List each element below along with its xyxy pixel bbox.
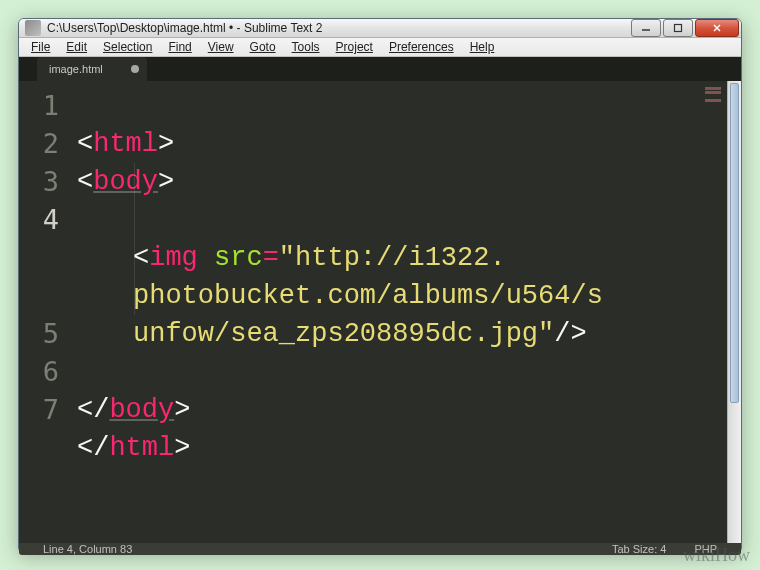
wrap-spacer xyxy=(19,239,59,315)
t: src xyxy=(214,243,263,273)
line-number: 5 xyxy=(19,315,59,353)
line-number: 7 xyxy=(19,391,59,429)
t: > xyxy=(174,433,190,463)
menu-edit[interactable]: Edit xyxy=(58,38,95,56)
close-button[interactable] xyxy=(695,19,739,37)
menu-find[interactable]: Find xyxy=(160,38,199,56)
dirty-indicator-icon xyxy=(131,65,139,73)
minimap-line xyxy=(705,87,721,90)
t: </ xyxy=(77,395,109,425)
line-number: 6 xyxy=(19,353,59,391)
indent-guide xyxy=(134,163,135,315)
line-number: 4 xyxy=(19,201,59,239)
t: photobucket.com/albums/u564/s xyxy=(133,281,603,311)
t: = xyxy=(263,243,279,273)
svg-rect-1 xyxy=(675,25,682,32)
menu-project[interactable]: Project xyxy=(328,38,381,56)
vertical-scrollbar[interactable] xyxy=(727,81,741,543)
t: " xyxy=(279,243,295,273)
line-number: 3 xyxy=(19,163,59,201)
t: html xyxy=(109,433,174,463)
window-controls xyxy=(631,19,739,37)
statusbar: Line 4, Column 83 Tab Size: 4 PHP xyxy=(19,543,741,555)
menu-file[interactable]: File xyxy=(23,38,58,56)
menu-label: Project xyxy=(336,40,373,54)
menu-label: Find xyxy=(168,40,191,54)
t: " xyxy=(538,319,554,349)
code-line xyxy=(77,353,695,391)
t: http://i1322. xyxy=(295,243,506,273)
scrollbar-thumb[interactable] xyxy=(730,83,739,403)
t: < xyxy=(133,243,149,273)
code-line: <body> xyxy=(77,163,695,201)
code-line: <img src="http://i1322. xyxy=(77,239,695,277)
window-title: C:\Users\Top\Desktop\image.html • - Subl… xyxy=(47,21,631,35)
close-icon xyxy=(712,23,722,33)
editor: 1 2 3 4 5 6 7 <html><body> <img src="htt… xyxy=(19,81,741,543)
menu-label: File xyxy=(31,40,50,54)
t: < xyxy=(77,167,93,197)
t: > xyxy=(158,129,174,159)
menu-help[interactable]: Help xyxy=(462,38,503,56)
t: html xyxy=(93,129,158,159)
code-line: photobucket.com/albums/u564/s xyxy=(77,277,695,315)
line-number: 2 xyxy=(19,125,59,163)
tab-label: image.html xyxy=(49,63,103,75)
app-icon xyxy=(25,20,41,36)
tabbar: image.html xyxy=(19,57,741,81)
code-line: </html> xyxy=(77,429,695,467)
titlebar[interactable]: C:\Users\Top\Desktop\image.html • - Subl… xyxy=(19,19,741,38)
t: img xyxy=(149,243,198,273)
menu-preferences[interactable]: Preferences xyxy=(381,38,462,56)
line-gutter: 1 2 3 4 5 6 7 xyxy=(19,81,67,543)
code-line: <html> xyxy=(77,125,695,163)
menu-tools[interactable]: Tools xyxy=(284,38,328,56)
t: unfow/sea_zps208895dc.jpg xyxy=(133,319,538,349)
code-line: </body> xyxy=(77,391,695,429)
t: </ xyxy=(77,433,109,463)
status-tabsize[interactable]: Tab Size: 4 xyxy=(598,543,680,555)
watermark: wikiHow xyxy=(683,545,750,566)
maximize-icon xyxy=(673,23,683,33)
menu-label: Edit xyxy=(66,40,87,54)
minimize-button[interactable] xyxy=(631,19,661,37)
file-tab[interactable]: image.html xyxy=(37,57,147,81)
menu-label: Preferences xyxy=(389,40,454,54)
menu-label: Tools xyxy=(292,40,320,54)
menu-selection[interactable]: Selection xyxy=(95,38,160,56)
menubar: File Edit Selection Find View Goto Tools… xyxy=(19,38,741,57)
t: > xyxy=(158,167,174,197)
minimap-line xyxy=(705,91,721,94)
minimap[interactable] xyxy=(703,81,727,543)
code-line: unfow/sea_zps208895dc.jpg"/> xyxy=(77,315,695,353)
minimize-icon xyxy=(641,23,651,33)
menu-goto[interactable]: Goto xyxy=(242,38,284,56)
menu-view[interactable]: View xyxy=(200,38,242,56)
t: < xyxy=(77,129,93,159)
app-window: C:\Users\Top\Desktop\image.html • - Subl… xyxy=(18,18,742,552)
code-area[interactable]: <html><body> <img src="http://i1322.phot… xyxy=(67,81,703,543)
menu-label: Help xyxy=(470,40,495,54)
t: > xyxy=(174,395,190,425)
menu-label: View xyxy=(208,40,234,54)
maximize-button[interactable] xyxy=(663,19,693,37)
line-number: 1 xyxy=(19,87,59,125)
menu-label: Selection xyxy=(103,40,152,54)
t: body xyxy=(109,395,174,425)
minimap-line xyxy=(705,99,721,102)
t: body xyxy=(93,167,158,197)
t: /> xyxy=(554,319,586,349)
status-cursor[interactable]: Line 4, Column 83 xyxy=(29,543,146,555)
code-line xyxy=(77,201,695,239)
menu-label: Goto xyxy=(250,40,276,54)
